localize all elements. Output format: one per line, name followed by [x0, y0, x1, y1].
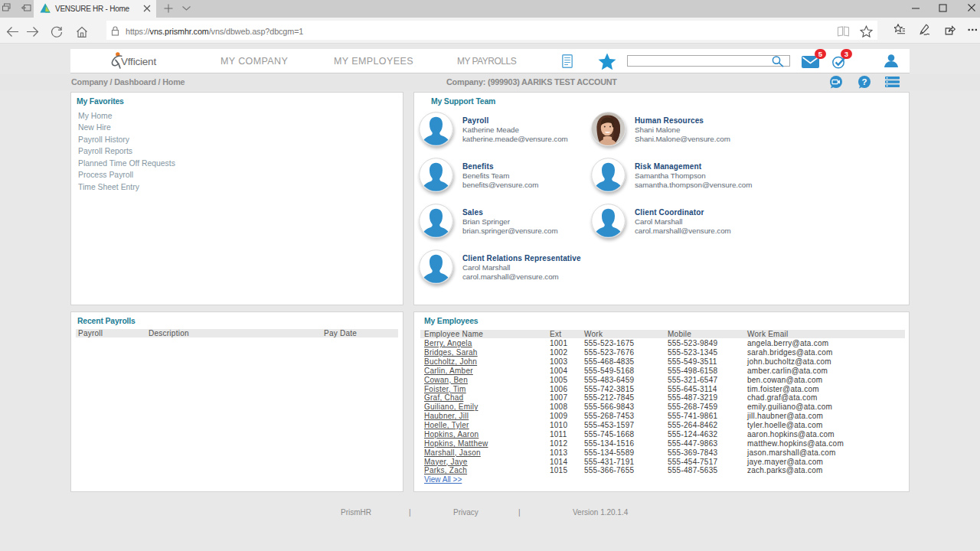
svg-text:?: ?: [861, 77, 867, 86]
